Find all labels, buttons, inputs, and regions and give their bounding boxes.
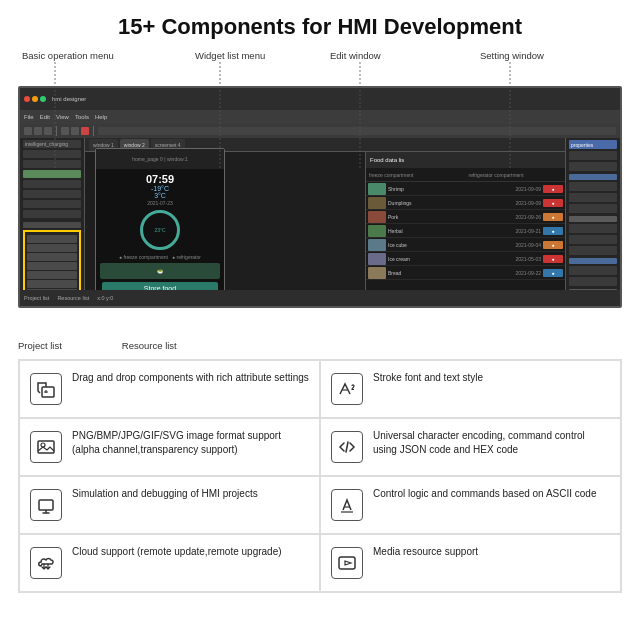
status-coords: x:0 y:0 [97, 295, 113, 301]
toolbar-divider [56, 126, 57, 136]
row-date: 2021-09-22 [515, 270, 541, 276]
row-name: Pork [388, 214, 513, 220]
row-name: Ice cube [388, 242, 513, 248]
row-date: 2021-09-21 [515, 228, 541, 234]
feature-text-media: Media resource support [373, 545, 478, 559]
ui-top-bar: hmi designer [20, 88, 620, 110]
left-panel-item-selected [23, 170, 81, 178]
annotation-setting-window: Setting window [480, 50, 544, 61]
label-resource-list: Resource list [122, 340, 177, 351]
data-panel-header: Food data lis [366, 152, 565, 168]
row-name: Dumplings [388, 200, 513, 206]
prop-row [569, 204, 617, 213]
left-panel-item [27, 235, 77, 243]
data-row: Ice cream 2021-05-03 ● [366, 252, 565, 266]
food-image: 🥗 [100, 263, 220, 279]
row-name: Bread [388, 270, 513, 276]
stroke-font-icon [331, 373, 363, 405]
encoding-icon [331, 431, 363, 463]
left-panel-item [27, 262, 77, 270]
page-title: 15+ Components for HMI Development [0, 0, 640, 48]
svg-rect-7 [39, 500, 53, 510]
screenshot-section: Basic operation menu Widget list menu Ed… [0, 48, 640, 338]
row-date: 2021-09-09 [515, 200, 541, 206]
feature-cell-encoding: Universal character encoding, command co… [320, 418, 621, 476]
left-panel-item [27, 244, 77, 252]
ui-menu-bar: File Edit View Tools Help [20, 110, 620, 124]
ascii-icon [331, 489, 363, 521]
canvas-date: 2021-07-23 [96, 200, 224, 206]
canvas-header: home_page 0 | window:1 [96, 149, 224, 169]
status-bar: Project list Resource list x:0 y:0 [20, 290, 620, 306]
drag-drop-icon [30, 373, 62, 405]
left-panel-item [27, 280, 77, 288]
feature-text-image: PNG/BMP/JPG/GIF/SVG image format support… [72, 429, 309, 457]
status-project: Project list [24, 295, 49, 301]
feature-text-drag-drop: Drag and drop components with rich attri… [72, 371, 309, 385]
close-dot [24, 96, 30, 102]
label-project-list: Project list [18, 340, 62, 351]
toolbar-icon-red [81, 127, 89, 135]
prop-row [569, 235, 617, 244]
left-panel-item [23, 160, 81, 168]
row-thumb [368, 197, 386, 209]
feature-text-encoding: Universal character encoding, command co… [373, 429, 610, 457]
row-badge: ● [543, 185, 563, 193]
row-name: Shrimp [388, 186, 513, 192]
toolbar-icon [34, 127, 42, 135]
toolbar-icon [61, 127, 69, 135]
canvas-gauge: 23°C [140, 210, 180, 250]
app-title-bar: hmi designer [52, 96, 86, 102]
left-panel-item [23, 210, 81, 218]
data-row: Herbal 2021-09-21 ● [366, 224, 565, 238]
data-title: Food data lis [370, 157, 404, 163]
canvas-labels: ● freeze compartment ● refrigerator [96, 254, 224, 260]
row-thumb [368, 211, 386, 223]
data-row: Ice cube 2021-09-04 ● [366, 238, 565, 252]
prop-row [569, 246, 617, 255]
prop-row [569, 224, 617, 233]
toolbar-divider [93, 126, 94, 136]
ui-main-area: intelligent_charging [20, 138, 620, 306]
media-icon [331, 547, 363, 579]
col1-label: freeze compartment [366, 168, 466, 181]
canvas-header-text: home_page 0 | window:1 [132, 156, 188, 162]
feature-text-ascii: Control logic and commands based on ASCI… [373, 487, 596, 501]
row-date: 2021-09-26 [515, 214, 541, 220]
menu-view: View [56, 114, 69, 120]
prop-row [569, 266, 617, 275]
minimize-dot [32, 96, 38, 102]
row-name: Herbal [388, 228, 513, 234]
feature-text-stroke-font: Stroke font and text style [373, 371, 483, 385]
canvas-temp1: -19°C 3°C [96, 185, 224, 199]
row-date: 2021-09-09 [515, 186, 541, 192]
row-thumb [368, 225, 386, 237]
annotation-basic-op: Basic operation menu [22, 50, 114, 61]
left-panel-item [23, 180, 81, 188]
toolbar-icon [71, 127, 79, 135]
prop-row [569, 277, 617, 286]
row-thumb [368, 253, 386, 265]
row-badge: ● [543, 199, 563, 207]
prop-header: properties [569, 140, 617, 149]
left-panel-item [27, 253, 77, 261]
toolbar-widget-strip [98, 127, 616, 135]
center-canvas-area: window 1 window 2 screenset 4 home_page … [85, 138, 565, 306]
prop-section [569, 258, 617, 264]
temp-value1: -19°C [151, 185, 169, 192]
left-panel-header: intelligent_charging [23, 140, 81, 148]
row-date: 2021-05-03 [515, 256, 541, 262]
left-panel: intelligent_charging [20, 138, 85, 306]
toolbar-icon [24, 127, 32, 135]
row-badge: ● [543, 255, 563, 263]
row-badge: ● [543, 241, 563, 249]
left-panel-item [23, 150, 81, 158]
image-format-icon [30, 431, 62, 463]
row-thumb [368, 183, 386, 195]
phone-canvas: home_page 0 | window:1 07:59 -19°C 3°C 2… [95, 148, 225, 296]
data-row: Shrimp 2021-09-09 ● [366, 182, 565, 196]
menu-tools: Tools [75, 114, 89, 120]
col2-label: refrigerator compartment [466, 168, 566, 181]
svg-rect-5 [38, 441, 54, 453]
feature-cell-drag-drop: Drag and drop components with rich attri… [19, 360, 320, 418]
